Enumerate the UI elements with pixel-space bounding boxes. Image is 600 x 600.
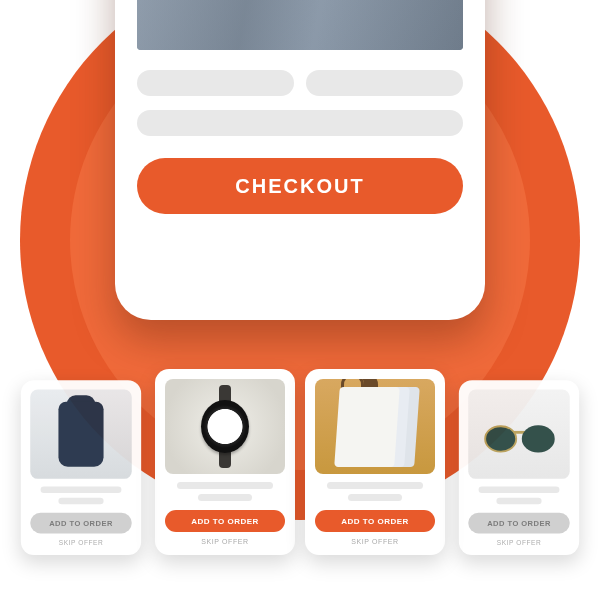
offer-card: ADD TO ORDER SKIP OFFER bbox=[21, 380, 141, 555]
skeleton-line bbox=[58, 498, 104, 505]
checkout-button[interactable]: CHECKOUT bbox=[137, 158, 463, 214]
add-to-order-button[interactable]: ADD TO ORDER bbox=[315, 510, 435, 532]
form-row bbox=[137, 70, 463, 96]
skip-offer-button[interactable]: SKIP OFFER bbox=[201, 538, 249, 545]
skeleton-line bbox=[327, 482, 423, 489]
skeleton-line bbox=[177, 482, 273, 489]
input-placeholder-full[interactable] bbox=[137, 110, 463, 136]
offer-card: ADD TO ORDER SKIP OFFER bbox=[459, 380, 579, 555]
skip-offer-button[interactable]: SKIP OFFER bbox=[351, 538, 399, 545]
skeleton-line bbox=[478, 486, 559, 493]
skip-offer-button[interactable]: SKIP OFFER bbox=[59, 539, 104, 546]
skeleton-line bbox=[40, 486, 121, 493]
skeleton-line bbox=[198, 494, 252, 501]
checkout-phone-mock: CHECKOUT bbox=[115, 0, 485, 320]
skeleton-line bbox=[348, 494, 402, 501]
product-image-content bbox=[137, 0, 463, 50]
offer-card: ADD TO ORDER SKIP OFFER bbox=[155, 369, 295, 555]
offer-thumbnail-shirts bbox=[315, 379, 435, 474]
skip-offer-button[interactable]: SKIP OFFER bbox=[497, 539, 542, 546]
add-to-order-button[interactable]: ADD TO ORDER bbox=[468, 513, 570, 534]
product-image bbox=[137, 0, 463, 50]
offer-carousel: ADD TO ORDER SKIP OFFER ADD TO ORDER SKI… bbox=[0, 369, 600, 555]
offer-thumbnail-watch bbox=[165, 379, 285, 474]
offer-thumbnail-sunglasses bbox=[468, 390, 570, 479]
add-to-order-button[interactable]: ADD TO ORDER bbox=[165, 510, 285, 532]
offer-thumbnail-backpack bbox=[30, 390, 132, 479]
input-placeholder[interactable] bbox=[306, 70, 463, 96]
skeleton-line bbox=[496, 498, 542, 505]
input-placeholder[interactable] bbox=[137, 70, 294, 96]
add-to-order-button[interactable]: ADD TO ORDER bbox=[30, 513, 132, 534]
offer-card: ADD TO ORDER SKIP OFFER bbox=[305, 369, 445, 555]
